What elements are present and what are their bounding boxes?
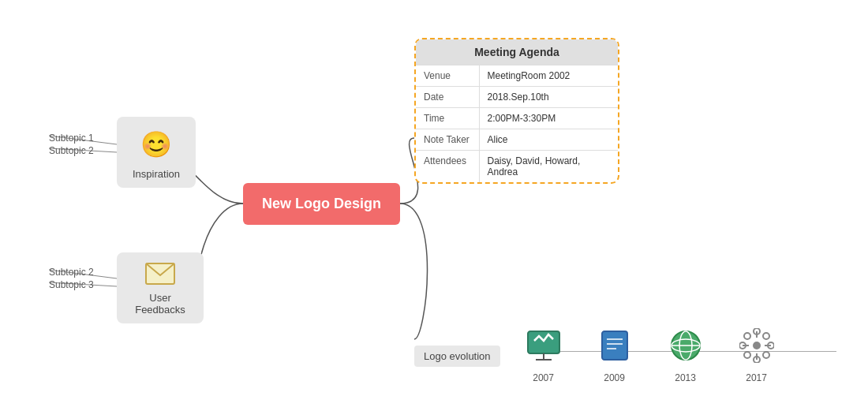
timeline-icon-2017 <box>739 328 774 369</box>
agenda-key: Venue <box>416 65 479 87</box>
agenda-table: VenueMeetingRoom 2002Date2018.Sep.10thTi… <box>416 65 618 182</box>
agenda-key: Date <box>416 87 479 108</box>
agenda-value: Alice <box>479 129 618 151</box>
agenda-value: 2018.Sep.10th <box>479 87 618 108</box>
agenda-key: Note Taker <box>416 129 479 151</box>
inspiration-subtopic-1: Subtopic 1 <box>49 133 94 144</box>
timeline-year-2007: 2007 <box>533 372 554 383</box>
feedbacks-icon <box>140 260 180 287</box>
svg-point-28 <box>763 352 769 358</box>
central-node[interactable]: New Logo Design <box>243 183 400 225</box>
svg-point-26 <box>763 333 769 339</box>
svg-rect-5 <box>528 331 559 353</box>
agenda-row: AttendeesDaisy, David, Howard, Andrea <box>416 151 618 183</box>
agenda-row: Note TakerAlice <box>416 129 618 151</box>
inspiration-icon: 😊 <box>137 125 176 163</box>
timeline-icon-2013 <box>668 328 703 369</box>
feedbacks-subtopic-1: Subtopic 2 <box>49 267 94 278</box>
agenda-node: Meeting Agenda VenueMeetingRoom 2002Date… <box>414 38 619 184</box>
agenda-value: MeetingRoom 2002 <box>479 65 618 87</box>
inspiration-label: Inspiration <box>133 168 180 180</box>
svg-rect-8 <box>602 331 627 360</box>
inspiration-subtopic-2: Subtopic 2 <box>49 145 94 156</box>
timeline-year-2009: 2009 <box>604 372 625 383</box>
timeline-icon-2009 <box>599 328 630 369</box>
feedbacks-subtopic-2: Subtopic 3 <box>49 279 94 290</box>
agenda-key: Attendees <box>416 151 479 183</box>
agenda-row: VenueMeetingRoom 2002 <box>416 65 618 87</box>
timeline-year-2017: 2017 <box>746 372 767 383</box>
svg-point-27 <box>744 352 750 358</box>
feedbacks-label: User Feedbacks <box>125 292 196 316</box>
agenda-row: Time2:00PM-3:30PM <box>416 108 618 129</box>
timeline-item: 2009 <box>579 328 650 383</box>
timeline-item: 2017 <box>721 328 792 383</box>
agenda-title: Meeting Agenda <box>416 39 618 65</box>
agenda-key: Time <box>416 108 479 129</box>
central-label: New Logo Design <box>262 196 381 212</box>
logo-evolution-node: Logo evolution 2007200920132017 <box>414 328 792 383</box>
svg-point-25 <box>744 333 750 339</box>
timeline-icon-2007 <box>525 328 563 369</box>
logo-evolution-label: Logo evolution <box>414 346 500 367</box>
svg-point-16 <box>753 342 761 349</box>
feedbacks-node[interactable]: User Feedbacks <box>117 252 204 323</box>
timeline-item: 2013 <box>650 328 721 383</box>
agenda-row: Date2018.Sep.10th <box>416 87 618 108</box>
agenda-value: Daisy, David, Howard, Andrea <box>479 151 618 183</box>
timeline-year-2013: 2013 <box>675 372 696 383</box>
agenda-value: 2:00PM-3:30PM <box>479 108 618 129</box>
timeline: 2007200920132017 <box>508 328 792 383</box>
inspiration-node[interactable]: 😊 Inspiration <box>117 117 196 188</box>
timeline-item: 2007 <box>508 328 579 383</box>
